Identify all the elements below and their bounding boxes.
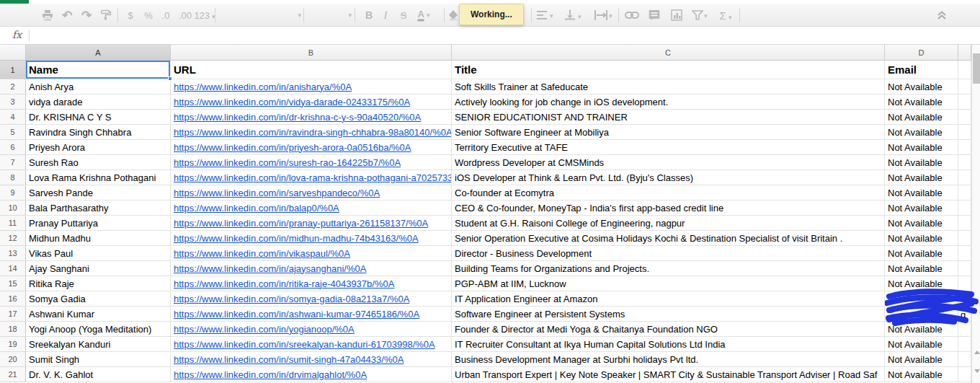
row-header-7[interactable]: 7 (0, 155, 26, 170)
cell-title[interactable]: PGP-ABM at IIM, Lucknow (452, 276, 885, 291)
cell-empty[interactable] (958, 246, 971, 261)
increase-decimal-button[interactable]: .00 (179, 10, 192, 19)
cell-email[interactable]: Not Available (885, 170, 958, 185)
cell-title[interactable]: Director - Business Development (452, 246, 885, 261)
cell-empty[interactable] (958, 201, 971, 216)
row-header-1[interactable]: 1 (0, 61, 26, 79)
row-header-10[interactable]: 10 (0, 201, 26, 216)
cell-name[interactable]: Priyesh Arora (26, 140, 171, 155)
cell-title[interactable]: IT Application Engineer at Amazon (452, 291, 885, 307)
cell-url[interactable]: https://www.linkedin.com/in/sreekalyan-k… (171, 337, 452, 352)
url-link[interactable]: https://www.linkedin.com/in/pranay-putta… (174, 218, 428, 229)
row-header-13[interactable]: 13 (0, 246, 26, 261)
cell-empty[interactable] (958, 231, 971, 246)
cell-email[interactable]: Not Available (885, 155, 958, 170)
format-currency-button[interactable]: $ (128, 10, 133, 19)
cell-title[interactable]: SENIOR EDUCATIONIST AND TRAINER (452, 110, 885, 125)
redo-button[interactable]: ↷ (81, 9, 92, 21)
insert-comment-button[interactable] (649, 10, 660, 20)
scrollbar-thumb[interactable] (973, 53, 980, 84)
row-header-4[interactable]: 4 (0, 110, 26, 125)
italic-button[interactable]: I (384, 9, 388, 20)
cell-title[interactable]: Soft Skills Trainer at Safeducate (452, 79, 885, 94)
cell-email[interactable]: Not Available (885, 125, 958, 140)
cell-title[interactable]: Student at G.H. Raisoni College of Engin… (452, 216, 885, 231)
row-header-21[interactable]: 21 (0, 367, 26, 382)
url-link[interactable]: https://www.linkedin.com/in/ajaysanghani… (174, 263, 366, 274)
cell-email[interactable]: Not Available (885, 246, 958, 261)
cell-empty[interactable] (958, 61, 971, 79)
cell-url[interactable]: https://www.linkedin.com/in/vikaspaul/%0… (171, 246, 452, 261)
cell-empty[interactable] (958, 110, 971, 125)
cell-email[interactable]: Not Available (885, 337, 958, 352)
cell-email[interactable]: Not Available (885, 79, 958, 94)
cell-name-header[interactable]: Name (26, 61, 171, 79)
cell-url[interactable]: https://www.linkedin.com/in/drvimalgahlo… (171, 367, 452, 382)
more-formats-button[interactable]: 123▾ (194, 10, 215, 19)
cell-title[interactable]: Co-founder at Ecomytra (452, 185, 885, 201)
cell-empty[interactable] (958, 367, 971, 382)
insert-chart-button[interactable] (671, 9, 682, 21)
cell-url[interactable]: https://www.linkedin.com/in/balap0/%0A (171, 201, 452, 216)
url-link[interactable]: https://www.linkedin.com/in/dr-krishna-c… (174, 112, 421, 123)
cell-title[interactable]: Business Development Manager at Surbhi h… (452, 352, 885, 367)
cell-url[interactable]: https://www.linkedin.com/in/priyesh-aror… (171, 140, 452, 155)
cell-url[interactable]: https://www.linkedin.com/in/ritika-raje-… (171, 276, 452, 291)
cell-name[interactable]: Ritika Raje (26, 276, 171, 291)
cell-empty[interactable] (958, 337, 971, 352)
row-header-11[interactable]: 11 (0, 216, 26, 231)
cell-email[interactable]: Not Available (885, 276, 958, 291)
cell-name[interactable]: vidya darade (26, 94, 171, 110)
strikethrough-button[interactable]: S (401, 10, 407, 19)
url-link[interactable]: https://www.linkedin.com/in/ritika-raje-… (174, 278, 394, 289)
cell-empty[interactable] (958, 155, 971, 170)
row-header-2[interactable]: 2 (0, 79, 26, 94)
cell-email[interactable]: Not Available (885, 185, 958, 201)
cell-empty[interactable] (958, 216, 971, 231)
font-family-select[interactable]: ▾ (218, 7, 301, 23)
cell-name[interactable]: Suresh Rao (26, 155, 171, 170)
cell-title[interactable]: Senior Operation Executive at Cosima Hol… (452, 231, 885, 246)
url-link[interactable]: https://www.linkedin.com/in/vikaspaul/%0… (174, 248, 350, 259)
cell-email-redacted[interactable] (885, 291, 958, 307)
url-link[interactable]: https://www.linkedin.com/in/ravindra-sin… (174, 127, 452, 138)
decrease-decimal-button[interactable]: .0 (162, 10, 170, 19)
cell-empty[interactable] (958, 170, 971, 185)
row-header-15[interactable]: 15 (0, 276, 26, 291)
cell-email[interactable]: Not Available (885, 140, 958, 155)
cell-name[interactable]: Midhun Madhu (26, 231, 171, 246)
cell-email[interactable]: Not Available (885, 201, 958, 216)
url-link[interactable]: https://www.linkedin.com/in/sreekalyan-k… (174, 339, 435, 350)
scroll-down-icon[interactable] (974, 369, 980, 373)
text-wrap-button[interactable]: ▾ (594, 10, 614, 20)
cell-email[interactable]: Not Available (885, 94, 958, 110)
cell-title[interactable]: Actively looking for job change in iOS d… (452, 94, 885, 110)
cell-name[interactable]: Pranay Puttariya (26, 216, 171, 231)
cell-title[interactable]: Territory Executive at TAFE (452, 140, 885, 155)
insert-link-button[interactable] (625, 11, 639, 19)
cell-name[interactable]: Sumit Singh (26, 352, 171, 367)
cell-name[interactable]: Sarvesh Pande (26, 185, 171, 201)
url-link[interactable]: https://www.linkedin.com/in/ashwani-kuma… (174, 309, 419, 320)
fill-handle[interactable] (168, 76, 172, 81)
cell-email[interactable]: Not Available (885, 231, 958, 246)
url-link[interactable]: https://www.linkedin.com/in/somya-gadia-… (174, 294, 409, 304)
cell-title[interactable]: Senior Software Engineer at Mobiliya (452, 125, 885, 140)
scroll-up-icon[interactable] (974, 351, 980, 354)
cell-title[interactable]: iOS Developer at Think & Learn Pvt. Ltd.… (452, 170, 885, 185)
cell-title[interactable]: Wordpress Developer at CMSMinds (452, 155, 885, 170)
font-size-select[interactable]: ▾ (306, 7, 352, 23)
cell-url[interactable]: https://www.linkedin.com/in/vidya-darade… (171, 94, 452, 110)
url-link[interactable]: https://www.linkedin.com/in/suresh-rao-1… (174, 157, 401, 168)
format-percent-button[interactable]: % (144, 10, 153, 19)
cell-empty[interactable] (958, 125, 971, 140)
cell-url[interactable]: https://www.linkedin.com/in/ravindra-sin… (171, 125, 452, 140)
cell-name[interactable]: Anish Arya (26, 79, 171, 94)
column-header-c[interactable]: C (452, 45, 885, 61)
cell-email[interactable]: Not Available (885, 367, 958, 382)
cell-name[interactable]: Ravindra Singh Chhabra (26, 125, 171, 140)
cell-title[interactable]: CEO & Co-founder, MoneyTap - India's fir… (452, 201, 885, 216)
column-header-d[interactable]: D (885, 45, 958, 61)
cell-url[interactable]: https://www.linkedin.com/in/anisharya/%0… (171, 79, 452, 94)
cell-title[interactable]: Building Teams for Organizations and Pro… (452, 261, 885, 276)
